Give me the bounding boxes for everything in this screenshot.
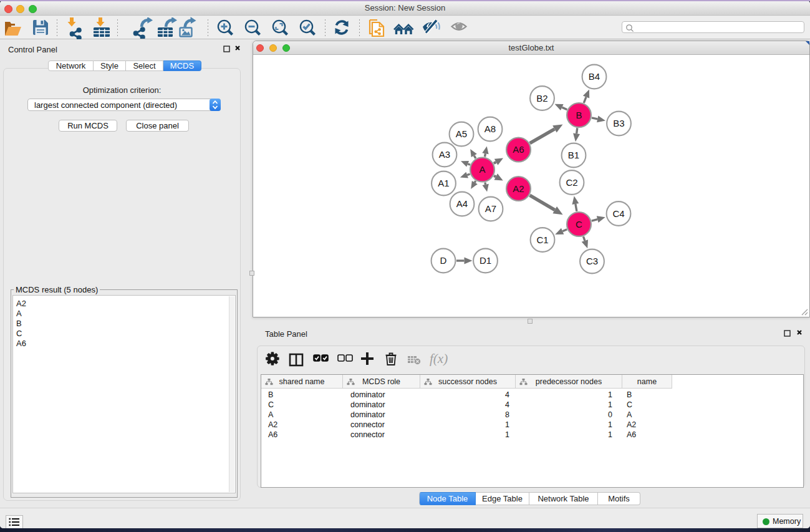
svg-text:B1: B1 <box>568 150 579 160</box>
svg-text:A5: A5 <box>456 128 467 139</box>
svg-text:D1: D1 <box>480 255 491 266</box>
svg-text:B: B <box>576 110 582 120</box>
svg-text:A: A <box>479 164 485 175</box>
svg-text:A2: A2 <box>513 183 524 194</box>
svg-text:B2: B2 <box>536 93 547 104</box>
svg-text:B4: B4 <box>589 71 600 82</box>
svg-text:A3: A3 <box>439 149 450 160</box>
svg-text:C1: C1 <box>536 235 548 245</box>
svg-text:C4: C4 <box>612 208 624 219</box>
svg-text:A1: A1 <box>438 178 449 188</box>
svg-text:C: C <box>576 219 582 230</box>
svg-text:A8: A8 <box>485 123 496 134</box>
svg-text:A4: A4 <box>456 198 468 209</box>
svg-text:D: D <box>440 255 447 266</box>
svg-text:C2: C2 <box>566 177 577 188</box>
svg-text:A6: A6 <box>513 144 524 155</box>
svg-text:A7: A7 <box>485 203 496 214</box>
svg-text:B3: B3 <box>613 118 624 128</box>
svg-text:C3: C3 <box>586 256 598 266</box>
